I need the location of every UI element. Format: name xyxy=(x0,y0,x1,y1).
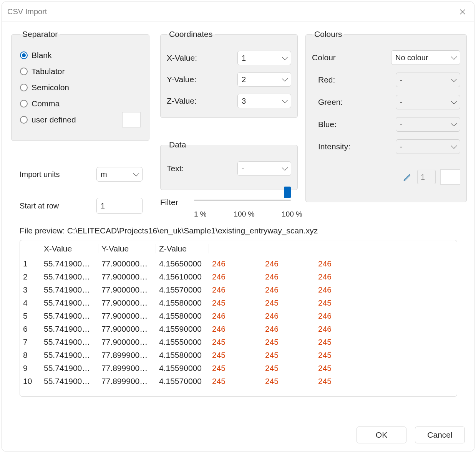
separator-semicolon-row[interactable]: Semicolon xyxy=(20,79,141,96)
cell-x: 55.741900… xyxy=(41,311,98,321)
filter-section: Filter 1 % 100 % 100 % xyxy=(160,198,302,218)
y-value: 2 xyxy=(242,75,246,84)
close-button[interactable] xyxy=(456,6,469,18)
z-value: 3 xyxy=(242,97,246,106)
cell-z: 4.15610000 xyxy=(156,272,209,281)
import-units-row: Import units m xyxy=(20,167,143,182)
close-icon xyxy=(459,9,466,15)
table-row[interactable]: 455.741900…77.900000…4.15580000245245245 xyxy=(20,296,457,309)
red-value: - xyxy=(400,76,403,84)
cell-y: 77.900000… xyxy=(98,259,156,268)
pencil-icon[interactable] xyxy=(403,172,413,182)
cell-r: 245 xyxy=(209,364,262,373)
cell-x: 55.741900… xyxy=(41,364,98,373)
table-row[interactable]: 355.741900…77.900000…4.15570000246246246 xyxy=(20,283,457,296)
coordinates-legend: Coordinates xyxy=(167,30,215,39)
cell-y: 77.900000… xyxy=(98,311,156,321)
cell-r: 246 xyxy=(209,259,262,268)
start-row-input[interactable]: 1 xyxy=(96,198,143,214)
intensity-row: Intensity: - xyxy=(312,136,460,158)
cell-rownum: 6 xyxy=(20,324,41,334)
cell-y: 77.900000… xyxy=(98,298,156,308)
ok-label: OK xyxy=(376,430,387,440)
import-units-label: Import units xyxy=(20,170,60,179)
blue-select[interactable]: - xyxy=(396,117,460,132)
separator-group: Separator Blank Tabulator Semicolon Comm… xyxy=(11,30,149,141)
cell-z: 4.15550000 xyxy=(156,337,209,347)
cell-rownum: 10 xyxy=(20,377,41,386)
cell-z: 4.15650000 xyxy=(156,259,209,268)
cell-g: 245 xyxy=(262,364,315,373)
colour-swatch[interactable] xyxy=(440,169,460,185)
x-value: 1 xyxy=(242,54,246,63)
radio-semicolon[interactable] xyxy=(20,84,28,91)
pen-number-input[interactable]: 1 xyxy=(417,170,436,184)
cancel-button[interactable]: Cancel xyxy=(415,427,465,443)
slider-track xyxy=(194,200,291,201)
colour-label: Colour xyxy=(312,53,362,62)
y-value-select[interactable]: 2 xyxy=(237,72,291,87)
radio-userdefined[interactable] xyxy=(20,116,28,124)
table-row[interactable]: 855.741900…77.899900…4.15580000245245245 xyxy=(20,349,457,362)
filter-label: Filter xyxy=(160,198,191,207)
preview-label: File preview: C:\ELITECAD\Projects16\en_… xyxy=(20,226,318,235)
cell-x: 55.741900… xyxy=(41,350,98,360)
cell-b: 246 xyxy=(315,324,368,334)
filter-slider[interactable] xyxy=(194,191,302,202)
intensity-select[interactable]: - xyxy=(396,139,460,154)
table-row[interactable]: 555.741900…77.900000…4.15580000246246246 xyxy=(20,309,457,322)
cell-z: 4.15570000 xyxy=(156,285,209,294)
intensity-value: - xyxy=(400,142,403,151)
radio-comma-label: Comma xyxy=(32,99,60,108)
cell-rownum: 4 xyxy=(20,298,41,308)
z-value-select[interactable]: 3 xyxy=(237,94,291,108)
cell-r: 246 xyxy=(209,272,262,281)
th-z: Z-Value xyxy=(156,244,209,253)
radio-blank[interactable] xyxy=(20,51,28,59)
radio-comma[interactable] xyxy=(20,100,28,107)
table-header: X-Value Y-Value Z-Value xyxy=(20,240,457,257)
cell-rownum: 2 xyxy=(20,272,41,281)
text-select[interactable]: - xyxy=(237,161,291,176)
start-row-label: Start at row xyxy=(20,202,59,210)
csv-import-dialog: CSV Import Separator Blank Tabulator Sem… xyxy=(2,2,474,451)
colour-select[interactable]: No colour xyxy=(391,50,460,65)
separator-blank-row[interactable]: Blank xyxy=(20,47,141,63)
blue-label: Blue: xyxy=(312,120,362,129)
cell-g: 246 xyxy=(262,285,315,294)
th-x: X-Value xyxy=(41,244,98,253)
cell-b: 246 xyxy=(315,259,368,268)
cell-rownum: 8 xyxy=(20,350,41,360)
cell-g: 245 xyxy=(262,337,315,347)
table-row[interactable]: 655.741900…77.900000…4.15590000246246246 xyxy=(20,322,457,336)
data-legend: Data xyxy=(167,140,188,149)
red-select[interactable]: - xyxy=(396,73,460,87)
table-row[interactable]: 255.741900…77.900000…4.15610000246246246 xyxy=(20,270,457,283)
table-row[interactable]: 955.741900…77.899900…4.15590000245245245 xyxy=(20,362,457,375)
titlebar: CSV Import xyxy=(2,2,474,22)
separator-userdefined-row[interactable]: user defined xyxy=(20,112,141,128)
radio-semicolon-label: Semicolon xyxy=(32,83,69,92)
slider-thumb[interactable] xyxy=(284,187,291,198)
cell-y: 77.900000… xyxy=(98,337,156,347)
import-units-value: m xyxy=(101,170,107,179)
cell-y: 77.899900… xyxy=(98,350,156,360)
z-value-row: Z-Value: 3 xyxy=(167,90,291,112)
x-value-select[interactable]: 1 xyxy=(237,51,291,65)
separator-comma-row[interactable]: Comma xyxy=(20,96,141,112)
table-row[interactable]: 1055.741900…77.899900…4.1557000024524524… xyxy=(20,375,457,388)
table-row[interactable]: 755.741900…77.900000…4.15550000245245245 xyxy=(20,336,457,349)
cell-x: 55.741900… xyxy=(41,259,98,268)
text-row: Text: - xyxy=(167,158,291,179)
separator-tabulator-row[interactable]: Tabulator xyxy=(20,63,141,79)
ok-button[interactable]: OK xyxy=(357,427,406,443)
blue-row: Blue: - xyxy=(312,113,460,136)
userdefined-input[interactable] xyxy=(122,112,141,127)
cell-r: 245 xyxy=(209,298,262,308)
table-body: 155.741900…77.900000…4.15650000246246246… xyxy=(20,257,457,388)
radio-tabulator[interactable] xyxy=(20,68,28,75)
cell-rownum: 5 xyxy=(20,311,41,321)
table-row[interactable]: 155.741900…77.900000…4.15650000246246246 xyxy=(20,257,457,270)
green-select[interactable]: - xyxy=(396,95,460,109)
import-units-select[interactable]: m xyxy=(96,167,143,182)
